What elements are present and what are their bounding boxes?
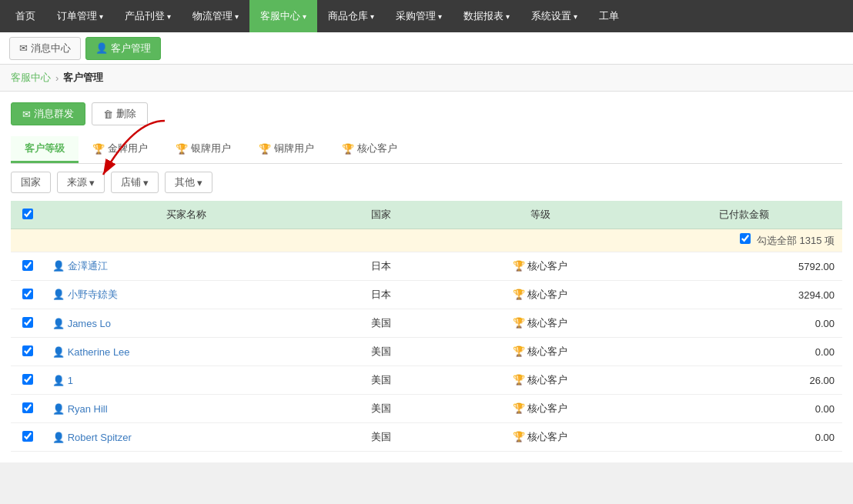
dropdown-arrow-icon: ▾ <box>197 177 202 189</box>
customer-link[interactable]: James Lo <box>68 318 111 329</box>
person-icon: 👤 <box>52 403 65 415</box>
col-header-amount: 已付款金额 <box>646 201 842 229</box>
nav-item-warehouse[interactable]: 商品仓库 ▾ <box>317 0 385 32</box>
breadcrumb-current: 客户管理 <box>63 71 103 85</box>
trophy-icon: 🏆 <box>513 345 525 357</box>
nav-item-customer-service[interactable]: 客服中心 ▾ <box>249 0 317 32</box>
message-send-icon: ✉ <box>22 108 31 120</box>
filter-shop[interactable]: 店铺 ▾ <box>111 172 159 193</box>
filter-bar: 国家 来源 ▾ 店铺 ▾ 其他 ▾ <box>11 172 842 193</box>
customer-link[interactable]: 金澤通江 <box>68 260 108 272</box>
delete-button[interactable]: 🗑 删除 <box>92 102 148 125</box>
dropdown-arrow-icon: ▾ <box>235 12 239 21</box>
customer-link[interactable]: 1 <box>68 375 73 386</box>
nav-item-logistics[interactable]: 物流管理 ▾ <box>182 0 249 32</box>
nav-item-settings[interactable]: 系统设置 ▾ <box>520 0 588 32</box>
trophy-icon: 🏆 <box>513 431 525 442</box>
dropdown-arrow-icon: ▾ <box>167 12 171 21</box>
top-navigation: 首页 订单管理 ▾ 产品刊登 ▾ 物流管理 ▾ 客服中心 ▾ 商品仓库 ▾ 采购… <box>0 0 853 32</box>
nav-item-workorder[interactable]: 工单 <box>588 0 630 32</box>
tab-gold-users[interactable]: 🏆 金牌用户 <box>79 136 162 163</box>
table-row: 👤 1 美国 🏆 核心客户 26.00 <box>11 366 842 395</box>
dropdown-arrow-icon: ▾ <box>303 12 306 21</box>
customer-table: 买家名称 国家 等级 已付款金额 勾选全部 1315 项 <box>11 201 842 452</box>
dropdown-arrow-icon: ▾ <box>370 12 374 21</box>
trophy-copper-icon: 🏆 <box>259 143 271 155</box>
trophy-icon: 🏆 <box>513 374 525 386</box>
trophy-icon: 🏆 <box>513 260 525 272</box>
trophy-core-icon: 🏆 <box>342 143 354 155</box>
trash-icon: 🗑 <box>103 108 113 120</box>
customer-link[interactable]: 小野寺錼美 <box>68 289 118 300</box>
tab-copper-users[interactable]: 🏆 铜牌用户 <box>245 136 328 163</box>
select-all-notice-row: 勾选全部 1315 项 <box>11 229 842 252</box>
trophy-gold-icon: 🏆 <box>92 143 105 155</box>
trophy-icon: 🏆 <box>513 289 525 300</box>
filter-country[interactable]: 国家 <box>11 172 51 193</box>
level-tabs: 客户等级 🏆 金牌用户 🏆 银牌用户 🏆 铜牌用户 🏆 核心客户 <box>11 136 842 164</box>
dropdown-arrow-icon: ▾ <box>438 12 442 21</box>
person-icon: 👤 <box>52 318 65 329</box>
row-checkbox[interactable] <box>22 431 33 442</box>
table-row: 👤 Robert Spitzer 美国 🏆 核心客户 0.00 <box>11 423 842 452</box>
subnav-customer-management[interactable]: 👤 客户管理 <box>85 37 161 60</box>
sub-navigation: ✉ 消息中心 👤 客户管理 <box>0 32 853 65</box>
col-header-country: 国家 <box>328 201 434 229</box>
table-row: 👤 Katherine Lee 美国 🏆 核心客户 0.00 <box>11 338 842 366</box>
row-checkbox[interactable] <box>22 402 33 413</box>
select-all-total-checkbox[interactable] <box>740 233 751 244</box>
nav-item-products[interactable]: 产品刊登 ▾ <box>114 0 182 32</box>
table-row: 👤 James Lo 美国 🏆 核心客户 0.00 <box>11 309 842 338</box>
breadcrumb: 客服中心 › 客户管理 <box>0 65 853 92</box>
breadcrumb-separator: › <box>55 72 59 84</box>
customer-link[interactable]: Katherine Lee <box>68 346 130 358</box>
person-icon: 👤 <box>52 375 65 386</box>
person-icon: 👤 <box>52 346 65 358</box>
message-icon: ✉ <box>19 42 28 54</box>
filter-source[interactable]: 来源 ▾ <box>57 172 105 193</box>
row-checkbox[interactable] <box>22 374 33 385</box>
select-all-checkbox[interactable] <box>22 209 33 219</box>
col-header-buyer-name: 买家名称 <box>45 201 328 229</box>
users-icon: 👤 <box>95 42 108 54</box>
trophy-icon: 🏆 <box>513 317 525 329</box>
customer-link[interactable]: Robert Spitzer <box>68 432 132 443</box>
table-row: 👤 金澤通江 日本 🏆 核心客户 5792.00 <box>11 252 842 281</box>
dropdown-arrow-icon: ▾ <box>89 177 95 189</box>
table-row: 👤 小野寺錼美 日本 🏆 核心客户 3294.00 <box>11 281 842 309</box>
person-icon: 👤 <box>52 260 65 272</box>
customer-link[interactable]: Ryan Hill <box>68 403 108 415</box>
row-checkbox[interactable] <box>22 317 33 328</box>
dropdown-arrow-icon: ▾ <box>574 12 577 21</box>
nav-item-orders[interactable]: 订单管理 ▾ <box>46 0 114 32</box>
dropdown-arrow-icon: ▾ <box>143 177 149 189</box>
dropdown-arrow-icon: ▾ <box>99 12 103 21</box>
dropdown-arrow-icon: ▾ <box>506 12 510 21</box>
person-icon: 👤 <box>52 289 65 300</box>
trophy-icon: 🏆 <box>513 402 525 414</box>
send-group-message-button[interactable]: ✉ 消息群发 <box>11 102 85 125</box>
nav-item-home[interactable]: 首页 <box>5 0 46 32</box>
breadcrumb-root[interactable]: 客服中心 <box>11 71 51 85</box>
action-bar: ✉ 消息群发 🗑 删除 <box>11 102 842 125</box>
content-area: ✉ 消息群发 🗑 删除 客户等级 <box>0 92 853 462</box>
filter-other[interactable]: 其他 ▾ <box>165 172 212 193</box>
col-header-level: 等级 <box>434 201 646 229</box>
person-icon: 👤 <box>52 432 65 443</box>
table-row: 👤 Ryan Hill 美国 🏆 核心客户 0.00 <box>11 395 842 423</box>
tab-silver-users[interactable]: 🏆 银牌用户 <box>162 136 245 163</box>
trophy-silver-icon: 🏆 <box>176 143 188 155</box>
nav-item-reports[interactable]: 数据报表 ▾ <box>453 0 520 32</box>
tab-core-customers[interactable]: 🏆 核心客户 <box>328 136 411 163</box>
tab-all-levels[interactable]: 客户等级 <box>11 136 79 163</box>
row-checkbox[interactable] <box>22 289 33 299</box>
row-checkbox[interactable] <box>22 345 33 356</box>
row-checkbox[interactable] <box>22 260 33 271</box>
subnav-message-center[interactable]: ✉ 消息中心 <box>9 37 81 60</box>
nav-item-purchasing[interactable]: 采购管理 ▾ <box>385 0 453 32</box>
